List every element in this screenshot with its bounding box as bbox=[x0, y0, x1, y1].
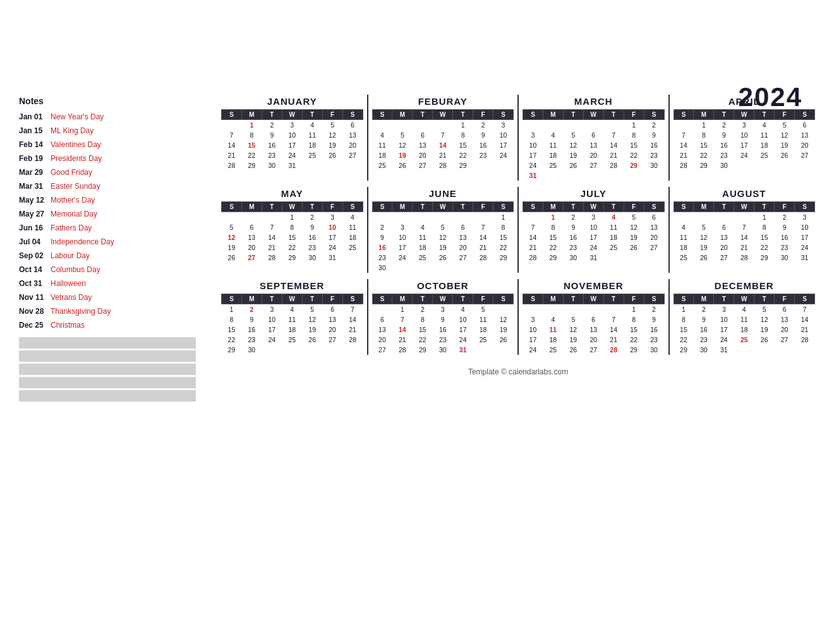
notes-item: Feb 14Valentines Day bbox=[19, 138, 215, 152]
divider-jul-aug bbox=[668, 187, 670, 273]
month-february: FEBURAY SMTWTFS 123 45678910 11121314151… bbox=[372, 95, 514, 181]
divider-sep-oct bbox=[367, 279, 368, 355]
notes-item-date: Oct 31 bbox=[19, 279, 51, 288]
notes-item-name: Christmas bbox=[51, 321, 215, 330]
notes-item-date: May 12 bbox=[19, 196, 51, 205]
notes-item-name: Valentines Day bbox=[51, 140, 215, 149]
divider-may-jun bbox=[367, 187, 368, 273]
january-title: JANUARY bbox=[221, 95, 363, 109]
notes-item-date: Mar 31 bbox=[19, 182, 51, 191]
notes-item: Mar 29Good Friday bbox=[19, 165, 215, 179]
notes-item: May 12Mother's Day bbox=[19, 193, 215, 207]
month-july: JULY SMTWTFS 123456 78910111213 14151617… bbox=[523, 187, 665, 273]
august-title: AUGUST bbox=[674, 187, 816, 201]
notes-item: Sep 02Labour Day bbox=[19, 249, 215, 263]
calendars-area: JANUARY SMTWTFS 123456 78910111213 14151… bbox=[221, 95, 815, 403]
month-december: DECEMBER SMTWTFS 1234567 891011121314 15… bbox=[674, 279, 816, 355]
notes-item-name: Labour Day bbox=[51, 251, 215, 260]
notes-item-date: Jul 04 bbox=[19, 237, 51, 246]
notes-item-name: Vetrans Day bbox=[51, 293, 215, 302]
note-bar-5 bbox=[19, 390, 196, 402]
notes-item-date: Mar 29 bbox=[19, 168, 51, 177]
month-march: MARCH SMTWTFS 12 3456789 10111213141516 … bbox=[523, 95, 665, 181]
december-title: DECEMBER bbox=[674, 279, 816, 294]
divider-nov-dec bbox=[668, 279, 670, 355]
september-title: SEPTEMBER bbox=[221, 279, 363, 294]
note-bar-2 bbox=[19, 350, 196, 362]
february-title: FEBURAY bbox=[372, 95, 514, 109]
notes-item: Nov 28Thanksgiving Day bbox=[19, 304, 215, 318]
month-august: AUGUST SMTWTFS 123 45678910 111213141516… bbox=[674, 187, 816, 273]
divider-feb-mar bbox=[517, 95, 519, 181]
notes-item-name: Independence Day bbox=[51, 237, 215, 246]
notes-item-name: Thanksgiving Day bbox=[51, 307, 215, 316]
calendar-row-2: MAY SMTWTFS 1234 567891011 1213141516171… bbox=[221, 187, 815, 273]
month-november: NOVEMBER SMTWTFS 12 3456789 101112131415… bbox=[523, 279, 665, 355]
june-title: JUNE bbox=[372, 187, 514, 201]
month-june: JUNE SMTWTFS 1 2345678 9101112131415 161… bbox=[372, 187, 514, 273]
notes-item: Oct 14Columbus Day bbox=[19, 263, 215, 277]
divider-jun-jul bbox=[517, 187, 519, 273]
notes-item-name: Halloween bbox=[51, 279, 215, 288]
month-january: JANUARY SMTWTFS 123456 78910111213 14151… bbox=[221, 95, 363, 181]
notes-item-date: Oct 14 bbox=[19, 265, 51, 274]
march-title: MARCH bbox=[523, 95, 665, 109]
note-bar-1 bbox=[19, 337, 196, 349]
notes-item-date: May 27 bbox=[19, 210, 51, 218]
notes-item-date: Feb 19 bbox=[19, 154, 51, 163]
notes-item: Jun 16Fathers Day bbox=[19, 221, 215, 235]
notes-item-date: Jan 15 bbox=[19, 126, 51, 135]
year-title: 2024 bbox=[739, 82, 802, 112]
page: 2024 Notes Jan 01New Year's DayJan 15ML … bbox=[0, 0, 834, 644]
note-bar-4 bbox=[19, 377, 196, 388]
notes-item-name: Easter Sunday bbox=[51, 182, 215, 191]
notes-header: Notes bbox=[19, 95, 215, 107]
notes-item-name: ML King Day bbox=[51, 126, 215, 135]
divider-oct-nov bbox=[517, 279, 519, 355]
notes-item: Oct 31Halloween bbox=[19, 277, 215, 290]
notes-item-name: Good Friday bbox=[51, 168, 215, 177]
footer: Template © calendarlabs.com bbox=[221, 367, 815, 376]
notes-item: Jan 15ML King Day bbox=[19, 124, 215, 138]
notes-item: Jan 01New Year's Day bbox=[19, 110, 215, 124]
note-bar-3 bbox=[19, 364, 196, 375]
notes-item: May 27Memorial Day bbox=[19, 207, 215, 221]
bottom-notes bbox=[19, 337, 215, 402]
october-title: OCTOBER bbox=[372, 279, 514, 294]
notes-item-date: Jun 16 bbox=[19, 224, 51, 232]
notes-item-date: Jan 01 bbox=[19, 112, 51, 121]
notes-item-name: Mother's Day bbox=[51, 196, 215, 205]
notes-item-date: Nov 28 bbox=[19, 307, 51, 316]
july-title: JULY bbox=[523, 187, 665, 201]
month-may: MAY SMTWTFS 1234 567891011 1213141516171… bbox=[221, 187, 363, 273]
divider-mar-apr bbox=[668, 95, 670, 181]
notes-item-date: Feb 14 bbox=[19, 140, 51, 149]
divider-jan-feb bbox=[367, 95, 368, 181]
notes-item-name: Fathers Day bbox=[51, 224, 215, 232]
notes-item: Dec 25Christmas bbox=[19, 318, 215, 332]
notes-item: Jul 04Independence Day bbox=[19, 235, 215, 249]
notes-item-date: Nov 11 bbox=[19, 293, 51, 302]
notes-item-name: Memorial Day bbox=[51, 210, 215, 218]
notes-item-name: New Year's Day bbox=[51, 112, 215, 121]
calendar-row-3: SEPTEMBER SMTWTFS 1234567 891011121314 1… bbox=[221, 279, 815, 355]
month-october: OCTOBER SMTWTFS 12345 6789101112 1314151… bbox=[372, 279, 514, 355]
month-september: SEPTEMBER SMTWTFS 1234567 891011121314 1… bbox=[221, 279, 363, 355]
notes-item-date: Sep 02 bbox=[19, 251, 51, 260]
notes-sidebar: Notes Jan 01New Year's DayJan 15ML King … bbox=[19, 95, 221, 403]
notes-item: Mar 31Easter Sunday bbox=[19, 179, 215, 193]
november-title: NOVEMBER bbox=[523, 279, 665, 294]
calendar-row-1: JANUARY SMTWTFS 123456 78910111213 14151… bbox=[221, 95, 815, 181]
notes-item: Nov 11Vetrans Day bbox=[19, 290, 215, 304]
may-title: MAY bbox=[221, 187, 363, 201]
notes-item: Feb 19Presidents Day bbox=[19, 152, 215, 165]
notes-item-date: Dec 25 bbox=[19, 321, 51, 330]
notes-item-name: Columbus Day bbox=[51, 265, 215, 274]
notes-item-name: Presidents Day bbox=[51, 154, 215, 163]
notes-list: Jan 01New Year's DayJan 15ML King DayFeb… bbox=[19, 110, 215, 332]
